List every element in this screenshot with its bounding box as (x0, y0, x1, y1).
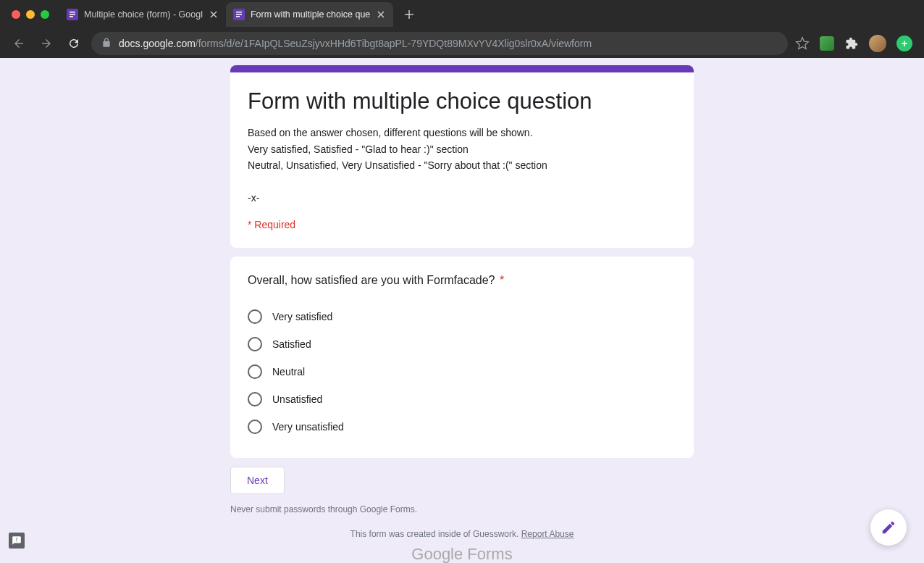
option-very-satisfied[interactable]: Very satisfied (248, 303, 676, 330)
next-button[interactable]: Next (230, 467, 285, 494)
close-tab-icon[interactable] (209, 9, 219, 20)
reload-button[interactable] (64, 33, 84, 54)
radio-icon (248, 337, 262, 351)
maximize-window[interactable] (41, 10, 49, 19)
forward-button[interactable] (36, 33, 56, 54)
report-abuse-link[interactable]: Report Abuse (521, 529, 574, 539)
tab-bar: Multiple choice (form) - Googl Form with… (0, 0, 924, 29)
option-unsatisfied[interactable]: Unsatisfied (248, 385, 676, 413)
radio-icon (248, 364, 262, 379)
tab-title: Multiple choice (form) - Googl (84, 9, 203, 20)
minimize-window[interactable] (26, 10, 35, 19)
form-attribution: This form was created inside of Guesswor… (230, 529, 694, 539)
svg-rect-1 (70, 12, 75, 13)
form-header-card: Form with multiple choice question Based… (230, 65, 694, 248)
attribution-text: This form was created inside of Guesswor… (350, 529, 521, 539)
forms-favicon-icon (67, 9, 78, 20)
option-label: Very satisfied (272, 311, 332, 322)
svg-rect-7 (236, 16, 240, 17)
page-viewport: Form with multiple choice question Based… (0, 58, 924, 563)
feedback-button[interactable] (9, 533, 25, 549)
option-label: Satisfied (272, 338, 311, 350)
svg-rect-6 (236, 14, 242, 15)
radio-icon (248, 420, 262, 434)
window-controls (7, 10, 59, 19)
toolbar: docs.google.com/forms/d/e/1FAIpQLSeuZsjy… (0, 29, 924, 58)
tab-1[interactable]: Form with multiple choice que (226, 2, 393, 27)
svg-rect-2 (70, 14, 75, 15)
option-label: Neutral (272, 366, 305, 378)
form-container: Form with multiple choice question Based… (230, 65, 694, 563)
required-asterisk: * (500, 274, 504, 286)
extensions-icon[interactable] (844, 36, 859, 51)
radio-icon (248, 392, 262, 406)
option-satisfied[interactable]: Satisfied (248, 330, 676, 358)
question-title-text: Overall, how satisfied are you with Form… (248, 274, 495, 286)
toolbar-right: + (795, 35, 915, 52)
close-tab-icon[interactable] (376, 9, 386, 20)
question-card: Overall, how satisfied are you with Form… (230, 257, 694, 458)
lock-icon (101, 38, 112, 50)
option-label: Unsatisfied (272, 393, 322, 405)
extension-badge-icon[interactable]: + (896, 36, 912, 51)
form-title: Form with multiple choice question (248, 87, 676, 116)
new-tab-button[interactable] (399, 4, 419, 25)
forms-favicon-icon (233, 9, 245, 20)
option-very-unsatisfied[interactable]: Very unsatisfied (248, 413, 676, 441)
required-legend: * Required (248, 219, 676, 230)
password-disclaimer: Never submit passwords through Google Fo… (230, 504, 694, 514)
browser-chrome: Multiple choice (form) - Googl Form with… (0, 0, 924, 58)
back-button[interactable] (9, 33, 29, 54)
profile-avatar[interactable] (869, 35, 886, 52)
svg-rect-5 (236, 12, 242, 13)
extension-gmail-icon[interactable] (820, 36, 834, 51)
edit-form-fab[interactable] (870, 509, 907, 546)
close-window[interactable] (12, 10, 20, 19)
option-label: Very unsatisfied (272, 421, 344, 433)
option-neutral[interactable]: Neutral (248, 358, 676, 385)
question-title: Overall, how satisfied are you with Form… (248, 274, 676, 287)
address-bar[interactable]: docs.google.com/forms/d/e/1FAIpQLSeuZsjy… (91, 32, 788, 55)
url-text: docs.google.com/forms/d/e/1FAIpQLSeuZsjy… (119, 38, 592, 49)
tab-title: Form with multiple choice que (251, 9, 370, 20)
tab-0[interactable]: Multiple choice (form) - Googl (59, 2, 226, 27)
svg-rect-3 (70, 16, 73, 17)
google-forms-logo[interactable]: Google Forms (230, 545, 694, 563)
radio-icon (248, 309, 262, 324)
form-description: Based on the answer chosen, different qu… (248, 125, 676, 206)
bookmark-icon[interactable] (795, 36, 810, 51)
